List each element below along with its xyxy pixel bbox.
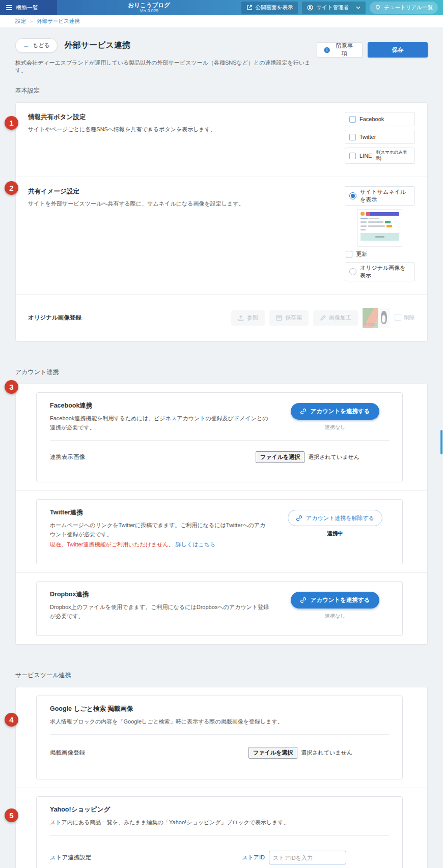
share-image-text: 共有イメージ設定 サイトを外部サービスツールへ共有する際に、サムネイルになる画像… xyxy=(28,186,345,285)
yahoo-store-row-label: ストア連携設定 xyxy=(50,854,91,861)
share-image-description: サイトを外部サービスツールへ共有する際に、サムネイルになる画像を設定します。 xyxy=(28,199,329,209)
twitter-title: Twitter連携 xyxy=(50,508,270,517)
update-thumbnail-option[interactable]: 更新 xyxy=(346,250,415,258)
share-image-title: 共有イメージ設定 xyxy=(28,187,329,196)
twitter-warning-text: 現在、Twitter連携機能がご利用いただけません。 xyxy=(50,541,174,547)
share-buttons-options: Facebook Twitter LINE ※(スマホのみ表示) xyxy=(345,112,415,167)
service-tools-card: 4 Google しごと検索 掲載画像 求人情報ブロックの内容を「Googleし… xyxy=(15,687,428,868)
twitter-warning-link[interactable]: 詳しくはこちら xyxy=(176,541,216,547)
penguin-figure xyxy=(381,311,387,324)
back-button[interactable]: ← もどる xyxy=(15,38,58,53)
scrollbar-thumb[interactable] xyxy=(440,430,442,454)
line-share-checkbox[interactable] xyxy=(349,153,356,159)
original-image-thumbnail: SDGs xyxy=(363,308,390,328)
image-edit-button[interactable]: 画像加工 xyxy=(313,310,358,326)
dropbox-connect-button[interactable]: アカウントを連携する xyxy=(291,592,379,609)
google-image-row: 掲載画像登録 ファイルを選択 選択されていません xyxy=(50,735,389,770)
step-badge-5: 5 xyxy=(5,808,18,822)
google-file-select-button[interactable]: ファイルを選択 xyxy=(248,747,297,759)
twitter-share-label: Twitter xyxy=(359,134,376,140)
notes-button[interactable]: 留意事項 xyxy=(317,42,363,57)
google-card: Google しごと検索 掲載画像 求人情報ブロックの内容を「Googleしごと… xyxy=(36,696,403,780)
facebook-connect-label: アカウントを連携する xyxy=(310,408,370,415)
link-icon xyxy=(300,597,307,603)
thumb-footer-band xyxy=(361,233,399,241)
tutorial-list-button[interactable]: チュートリアル一覧 xyxy=(370,2,438,14)
external-link-icon xyxy=(246,5,253,11)
update-thumbnail-label: 更新 xyxy=(356,250,367,258)
site-thumbnail-label: サイトサムネイルを表示 xyxy=(360,188,410,204)
user-icon xyxy=(307,5,313,11)
breadcrumb-settings-link[interactable]: 設定 xyxy=(15,18,26,25)
line-share-note: ※(スマホのみ表示) xyxy=(375,150,410,162)
original-image-radio[interactable] xyxy=(349,268,356,275)
original-image-option[interactable]: オリジナル画像を表示 xyxy=(345,262,415,281)
delete-image-option[interactable]: 削除 xyxy=(395,314,415,322)
site-thumbnail-radio[interactable] xyxy=(349,192,356,199)
storage-box-button-label: 保存箱 xyxy=(285,314,302,322)
storage-box-button[interactable]: 保存箱 xyxy=(269,310,309,326)
original-image-row-label: オリジナル画像登録 xyxy=(28,314,81,322)
google-file-status: 選択されていません xyxy=(301,749,352,757)
step-badge-2: 2 xyxy=(5,181,18,195)
update-thumbnail-checkbox[interactable] xyxy=(346,251,352,257)
site-admin-button[interactable]: サイト管理者 xyxy=(302,2,366,14)
chevron-down-icon xyxy=(356,6,361,9)
app-title: おりこうブログ xyxy=(128,2,170,9)
facebook-service-block: Facebook連携 Facebook連携機能を利用するためには、ビジネスアカウ… xyxy=(16,384,427,490)
app-header: 機能一覧 おりこうブログ Ver:0.029 公開画面を表示 サイト管理者 チュ… xyxy=(0,0,443,15)
dropbox-card: Dropbox連携 Dropbox上のファイルを使用できます。ご利用になるにはD… xyxy=(36,581,403,635)
google-description: 求人情報ブロックの内容を「Googleしごと検索」時に表示する際の掲載画像を登録… xyxy=(50,717,389,727)
original-image-row: オリジナル画像登録 参照 保存箱 画像加工 SD xyxy=(16,294,427,341)
facebook-file-select-button[interactable]: ファイルを選択 xyxy=(256,451,304,463)
notes-button-label: 留意事項 xyxy=(334,42,355,57)
share-buttons-description: サイトやページごとに各種SNSへ情報を共有できるボタンを表示します。 xyxy=(28,125,329,134)
thumb-chip-orange xyxy=(386,225,392,227)
upload-icon xyxy=(238,315,244,321)
facebook-connect-button[interactable]: アカウントを連携する xyxy=(291,403,379,420)
back-button-label: もどる xyxy=(33,42,50,49)
breadcrumb-current[interactable]: 外部サービス連携 xyxy=(37,18,80,25)
twitter-share-option[interactable]: Twitter xyxy=(345,130,415,144)
facebook-title: Facebook連携 xyxy=(50,401,270,410)
preview-site-button[interactable]: 公開画面を表示 xyxy=(241,2,298,14)
back-arrow-icon: ← xyxy=(23,42,30,49)
delete-image-checkbox[interactable] xyxy=(395,314,401,321)
facebook-description: Facebook連携機能を利用するためには、ビジネスアカウントの登録及びドメイン… xyxy=(50,414,270,432)
step-badge-1: 1 xyxy=(5,116,18,130)
store-id-label: ストアID xyxy=(242,854,265,861)
sdgs-text: SDGs xyxy=(364,322,377,327)
store-id-input[interactable] xyxy=(269,851,346,864)
twitter-disconnect-button[interactable]: アカウント連携を解除する xyxy=(288,510,382,526)
app-title-block: おりこうブログ Ver:0.029 xyxy=(57,0,241,15)
twitter-service-block: Twitter連携 ホームページへのリンクをTwitterに投稿できます。ご利用… xyxy=(16,490,427,572)
share-buttons-title: 情報共有ボタン設定 xyxy=(28,113,329,122)
share-buttons-row: 1 情報共有ボタン設定 サイトやページごとに各種SNSへ情報を共有できるボタンを… xyxy=(16,103,427,177)
site-thumbnail-option[interactable]: サイトサムネイルを表示 xyxy=(345,186,415,206)
line-share-option[interactable]: LINE ※(スマホのみ表示) xyxy=(345,148,415,164)
site-admin-label: サイト管理者 xyxy=(316,4,349,11)
thumb-chip-green xyxy=(385,221,391,223)
hamburger-icon xyxy=(6,5,12,10)
yahoo-card: Yahoo!ショッピング ストア内にある商品一覧を、みたまま編集の「Yahoo!… xyxy=(36,796,403,868)
facebook-status: 連携なし xyxy=(325,424,345,431)
menu-button[interactable]: 機能一覧 xyxy=(0,0,57,15)
facebook-image-row-label: 連携表示画像 xyxy=(50,453,85,461)
thumb-logo-dot xyxy=(361,212,365,216)
save-button[interactable]: 保存 xyxy=(368,42,428,57)
browse-button[interactable]: 参照 xyxy=(231,310,265,326)
page-header: ← もどる 外部サービス連携 株式会社ディーエスブランドが運用している製品以外の… xyxy=(15,38,428,74)
facebook-share-option[interactable]: Facebook xyxy=(345,112,415,126)
storage-box-icon xyxy=(276,315,282,321)
twitter-description: ホームページへのリンクをTwitterに投稿できます。ご利用になるにはTwitt… xyxy=(50,521,270,539)
basic-section-heading: 基本設定 xyxy=(15,86,428,95)
breadcrumb: 設定 ＞ 外部サービス連携 xyxy=(0,15,443,28)
share-image-row: 2 共有イメージ設定 サイトを外部サービスツールへ共有する際に、サムネイルになる… xyxy=(16,177,427,294)
image-edit-button-label: 画像加工 xyxy=(329,314,351,322)
google-image-row-label: 掲載画像登録 xyxy=(50,749,85,757)
twitter-share-checkbox[interactable] xyxy=(349,134,356,140)
yahoo-description: ストア内にある商品一覧を、みたまま編集の「Yahoo!ショッピング」ブロックで表… xyxy=(50,818,389,827)
lightbulb-icon xyxy=(375,5,381,11)
dropbox-service-block: Dropbox連携 Dropbox上のファイルを使用できます。ご利用になるにはD… xyxy=(16,572,427,644)
facebook-share-checkbox[interactable] xyxy=(349,116,356,123)
